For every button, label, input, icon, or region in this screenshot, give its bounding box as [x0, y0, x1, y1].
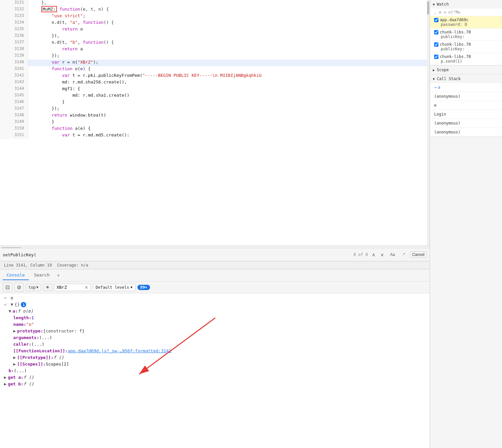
code-line-3139: 3139 });	[0, 53, 429, 60]
regex-button[interactable]: .*	[400, 251, 407, 258]
add-tab-button[interactable]: +	[55, 272, 62, 279]
eye-button[interactable]: 👁	[43, 284, 52, 291]
watch-item-1[interactable]: app.daa7d69c password: O	[430, 16, 502, 28]
callstack-label-5: (anonymous)	[434, 130, 460, 134]
callstack-item-3[interactable]: Login	[430, 110, 502, 119]
watch-collapse-icon: ▼	[433, 3, 435, 6]
main-container: 3131 },3132 MuMZ: function(e, t, n) {313…	[0, 0, 502, 448]
watch-checkbox-3[interactable]	[434, 42, 438, 47]
line-content-3137: n.d(t, "b", function() {	[28, 40, 429, 46]
prop-key-args: arguments:	[13, 335, 39, 340]
prop-arguments: arguments: (...)	[0, 334, 429, 341]
chevron-down-icon: ▼	[36, 285, 38, 289]
prop-prototype: ▶ prototype: {constructor: f}	[0, 328, 429, 334]
callstack-item-5[interactable]: (anonymous)	[430, 128, 502, 137]
current-frame-arrow: →	[434, 85, 436, 90]
watch-section: ▼ Watch , o = n("Mu app.daa7d69c passwor…	[430, 0, 502, 66]
scope-section: ▶ Scope	[430, 66, 502, 75]
expand-arrow-proto[interactable]: ▶	[13, 328, 16, 333]
callstack-label-0: a	[438, 85, 440, 90]
scrollbar-thumb	[427, 1, 429, 15]
callstack-section: ▼ Call Stack → a (anonymous) e Login (an…	[430, 75, 502, 137]
filter-input-wrap: ✕	[54, 284, 91, 291]
watch-title: Watch	[437, 2, 449, 7]
prop-a: ▼ a: f o(e)	[0, 308, 429, 315]
line-number-3146: 3146	[0, 99, 28, 106]
console-input-value: o	[11, 295, 13, 300]
cancel-search-button[interactable]: Cancel	[410, 251, 427, 258]
expand-arrow-get-b[interactable]: ▶	[4, 381, 7, 386]
watch-item-3[interactable]: chunk-libs.70 publicKey:	[430, 41, 502, 53]
expand-arrow-obj[interactable]: ▼	[11, 302, 13, 307]
tab-console[interactable]: Console	[3, 271, 29, 280]
filter-input[interactable]	[57, 285, 83, 290]
watch-item-0[interactable]: , o = n("Mu	[430, 9, 502, 16]
callstack-header[interactable]: ▼ Call Stack	[430, 75, 502, 83]
callstack-item-4[interactable]: (anonymous)	[430, 119, 502, 128]
expand-arrow-proto2[interactable]: ▶	[13, 355, 16, 360]
expand-arrow-scopes[interactable]: ▶	[13, 362, 16, 367]
prop-val-location[interactable]: app.daa7d69d.js?_sw-…956f:formatted:3141	[68, 348, 171, 353]
line-content-3136: }),	[28, 33, 429, 40]
prop-key-caller: caller:	[13, 342, 31, 347]
line-content-3132: MuMZ: function(e, t, n) {	[28, 7, 429, 13]
callstack-label-4: (anonymous)	[434, 121, 460, 125]
search-prev-button[interactable]: ∧	[371, 251, 376, 258]
code-line-3133: 3133 "use strict";	[0, 13, 429, 20]
prop-key-name: name:	[13, 322, 26, 327]
tab-search[interactable]: Search	[30, 271, 54, 280]
context-label: top	[28, 285, 36, 290]
callstack-item-2[interactable]: e	[430, 101, 502, 110]
prop-val-length: 1	[31, 315, 34, 320]
line-content-3139: });	[28, 53, 429, 60]
prop-val-b: (...)	[14, 368, 27, 373]
watch-item-4[interactable]: chunk-libs.70 p.send(1)	[430, 53, 502, 65]
code-line-3145: 3145 md: r.md.sha1.create()	[0, 93, 429, 99]
watch-checkbox-2[interactable]	[434, 30, 438, 34]
prop-val-get-b: f ()	[24, 381, 34, 386]
callstack-collapse-icon: ▼	[433, 77, 435, 81]
block-button[interactable]: ⊡	[3, 283, 12, 292]
code-line-3138: 3138 return a	[0, 46, 429, 53]
search-input[interactable]	[3, 252, 351, 257]
watch-checkbox-4[interactable]	[434, 55, 438, 59]
console-output[interactable]: > o < ▼ {} i ▼ a: f o(e)	[0, 293, 429, 448]
watch-checkbox-1[interactable]	[434, 18, 438, 22]
filter-clear-button[interactable]: ✕	[84, 285, 88, 290]
prop-val-get-a: f ()	[24, 375, 34, 380]
context-selector[interactable]: top ▼	[26, 284, 41, 291]
scope-header[interactable]: ▶ Scope	[430, 66, 502, 74]
prop-scopes: ▶ [[Scopes]]: Scopes[2]	[0, 361, 429, 368]
line-number-3142: 3142	[0, 73, 28, 79]
expand-arrow-get-a[interactable]: ▶	[4, 375, 7, 380]
callstack-item-0[interactable]: → a	[430, 83, 502, 92]
line-number-3148: 3148	[0, 113, 28, 119]
prop-key-get-a: get a:	[8, 375, 24, 380]
code-line-3132: 3132 MuMZ: function(e, t, n) {	[0, 7, 429, 13]
code-line-3149: 3149 }	[0, 119, 429, 126]
line-number-3132: 3132	[0, 7, 28, 13]
prop-val-caller: (...)	[31, 342, 44, 347]
callstack-item-1[interactable]: (anonymous)	[430, 92, 502, 101]
line-number-3137: 3137	[0, 40, 28, 46]
levels-button[interactable]: Default levels ▼	[93, 284, 135, 291]
info-badge: i	[21, 302, 26, 307]
clear-button[interactable]: ⊘	[14, 283, 24, 292]
levels-label: Default levels	[96, 285, 129, 290]
watch-item-2[interactable]: chunk-libs.70 publicKey:	[430, 28, 502, 41]
prop-val-a: f o(e)	[18, 309, 33, 314]
console-area: Console Search + ⊡ ⊘ top ▼ 👁	[0, 269, 429, 448]
line-content-3143: md: r.md.sha256.create(),	[28, 79, 429, 86]
horizontal-scrollbar[interactable]	[0, 245, 429, 248]
expand-arrow-a[interactable]: ▼	[9, 309, 11, 314]
match-case-button[interactable]: Aa	[388, 251, 397, 258]
search-next-button[interactable]: ∨	[379, 251, 385, 258]
watch-header[interactable]: ▼ Watch	[430, 0, 502, 9]
search-count: 0 of 0	[354, 252, 368, 257]
vertical-scrollbar[interactable]	[427, 0, 429, 245]
coverage-status: Coverage: n/a	[57, 263, 88, 268]
console-toolbar: ⊡ ⊘ top ▼ 👁 ✕ Default levels	[0, 281, 429, 293]
line-number-3131: 3131	[0, 0, 28, 7]
code-scroll[interactable]: 3131 },3132 MuMZ: function(e, t, n) {313…	[0, 0, 429, 245]
code-line-3148: 3148 return window.btoa(t)	[0, 113, 429, 119]
